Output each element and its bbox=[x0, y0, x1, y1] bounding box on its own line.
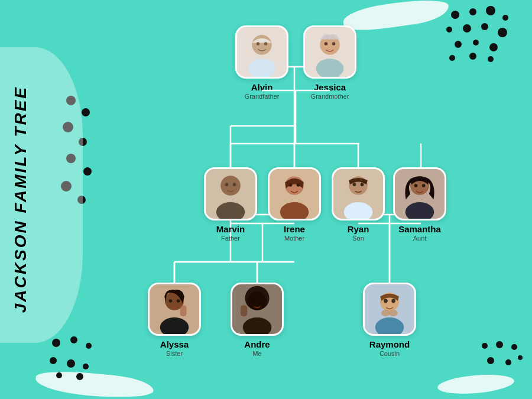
svg-point-97 bbox=[391, 299, 395, 303]
alyssa-role: Sister bbox=[166, 350, 183, 357]
svg-point-96 bbox=[384, 299, 388, 303]
samantha-role: Aunt bbox=[413, 235, 427, 242]
svg-rect-92 bbox=[241, 305, 247, 316]
svg-point-79 bbox=[422, 184, 426, 187]
alvin-name: Alvin bbox=[251, 82, 273, 92]
svg-point-57 bbox=[325, 42, 328, 46]
andre-photo bbox=[231, 283, 284, 336]
svg-point-73 bbox=[353, 183, 356, 186]
person-andre: Andre Me bbox=[225, 283, 290, 357]
jessica-name: Jessica bbox=[314, 82, 346, 92]
person-alyssa: Alyssa Sister bbox=[142, 283, 207, 357]
raymond-role: Cousin bbox=[379, 350, 400, 357]
page-title: JACKSON FAMILY TREE bbox=[11, 86, 30, 313]
svg-point-90 bbox=[252, 299, 255, 303]
alyssa-photo bbox=[148, 283, 201, 336]
raymond-name: Raymond bbox=[369, 339, 410, 349]
title-sidebar: JACKSON FAMILY TREE bbox=[0, 0, 41, 399]
person-marvin: Marvin Father bbox=[198, 167, 263, 242]
svg-point-98 bbox=[381, 309, 390, 316]
person-alvin: Alvin Grandfather bbox=[229, 25, 294, 100]
svg-point-68 bbox=[289, 183, 293, 187]
svg-rect-64 bbox=[206, 169, 255, 219]
samantha-name: Samantha bbox=[398, 224, 441, 234]
svg-point-69 bbox=[297, 183, 300, 187]
svg-point-83 bbox=[169, 299, 173, 303]
person-jessica: Jessica Grandmother bbox=[297, 25, 362, 100]
person-samantha: Samantha Aunt bbox=[387, 167, 452, 242]
irene-role: Mother bbox=[284, 235, 304, 242]
svg-point-99 bbox=[389, 309, 398, 316]
alyssa-name: Alyssa bbox=[160, 339, 189, 349]
person-raymond: Raymond Cousin bbox=[357, 283, 422, 357]
family-tree: Alvin Grandfather Jessica Grandmother bbox=[56, 8, 517, 392]
svg-point-78 bbox=[414, 184, 418, 187]
svg-point-74 bbox=[361, 183, 364, 186]
svg-point-50 bbox=[252, 35, 272, 55]
andre-name: Andre bbox=[244, 339, 270, 349]
ryan-role: Son bbox=[352, 235, 364, 242]
jessica-photo bbox=[303, 25, 356, 79]
raymond-photo bbox=[363, 283, 416, 336]
irene-name: Irene bbox=[284, 224, 305, 234]
ryan-photo bbox=[332, 167, 385, 220]
irene-photo bbox=[268, 167, 321, 220]
jessica-role: Grandmother bbox=[311, 93, 349, 100]
alvin-photo bbox=[235, 25, 288, 79]
marvin-role: Father bbox=[221, 235, 240, 242]
ryan-name: Ryan bbox=[348, 224, 369, 234]
marvin-name: Marvin bbox=[216, 224, 245, 234]
andre-role: Me bbox=[252, 350, 261, 357]
samantha-photo bbox=[393, 167, 446, 220]
svg-point-53 bbox=[264, 42, 268, 46]
svg-point-58 bbox=[332, 42, 336, 46]
svg-point-52 bbox=[257, 42, 260, 46]
person-ryan: Ryan Son bbox=[326, 167, 391, 242]
main-content: Alvin Grandfather Jessica Grandmother bbox=[41, 0, 532, 399]
marvin-photo bbox=[204, 167, 257, 220]
svg-point-84 bbox=[177, 299, 180, 303]
alvin-role: Grandfather bbox=[245, 93, 280, 100]
svg-point-91 bbox=[259, 299, 263, 303]
svg-rect-85 bbox=[180, 305, 186, 316]
person-irene: Irene Mother bbox=[262, 167, 327, 242]
svg-point-89 bbox=[245, 286, 269, 310]
